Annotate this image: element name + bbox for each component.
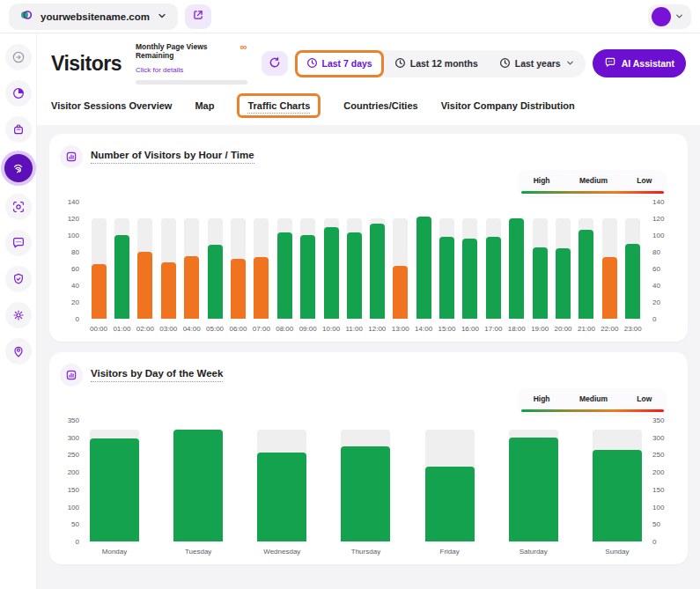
bar-19:00[interactable] (533, 247, 548, 319)
y-tick: 80 (649, 248, 672, 256)
sidebar-item-dashboard[interactable] (5, 80, 32, 107)
bar-slot: 18:00 (508, 202, 526, 333)
sidebar-item-settings[interactable] (5, 302, 32, 328)
bar-Saturday[interactable] (509, 438, 558, 541)
user-menu[interactable] (648, 4, 691, 29)
bar-slot: 08:00 (276, 202, 293, 333)
x-tick-label: 10:00 (322, 325, 340, 333)
bar-03:00[interactable] (161, 262, 176, 319)
bar-15:00[interactable] (439, 237, 454, 319)
bar-11:00[interactable] (347, 232, 362, 319)
chevron-down-icon (157, 9, 167, 25)
y-tick: 100 (649, 232, 672, 239)
bar-14:00[interactable] (416, 217, 431, 319)
bar-Tuesday[interactable] (173, 430, 223, 541)
tab-map[interactable]: Map (195, 100, 214, 111)
bar-00:00[interactable] (92, 264, 107, 319)
bar-slot: 07:00 (253, 202, 270, 333)
shop-bag-icon (11, 122, 26, 136)
bar-06:00[interactable] (231, 259, 246, 319)
chevron-down-icon (674, 9, 684, 25)
bar-slot: 20:00 (555, 202, 572, 333)
daily-visitors-card: Visitors by Day of the Week HighMediumLo… (49, 352, 688, 564)
time-range-group: Last 7 days Last 12 months Last years (295, 50, 586, 77)
y-axis-left: 350300250200150100500 (60, 420, 83, 541)
bar-Sunday[interactable] (593, 450, 642, 541)
y-tick: 150 (649, 486, 672, 494)
x-tick-label: 03:00 (159, 325, 177, 333)
bar-Thursday[interactable] (341, 446, 390, 541)
bar-10:00[interactable] (324, 227, 339, 320)
y-tick: 20 (60, 298, 83, 306)
bar-23:00[interactable] (625, 244, 640, 319)
bar-Monday[interactable] (90, 438, 139, 541)
bar-Friday[interactable] (425, 467, 475, 541)
ai-assistant-button[interactable]: AI Assistant (593, 49, 686, 77)
bar-slot: 03:00 (159, 202, 177, 333)
x-tick-label: Sunday (605, 548, 629, 556)
legend-label-high: High (534, 394, 550, 403)
bar-slot: Saturday (509, 420, 558, 556)
tab-label: Map (195, 100, 214, 111)
sidebar-item-location[interactable] (5, 338, 32, 364)
bar-21:00[interactable] (578, 230, 593, 319)
sidebar-item-collapse[interactable] (5, 44, 32, 70)
tab-label: Visitor Company Distribution (441, 100, 575, 111)
bar-chart-icon (60, 145, 83, 168)
plot-area: 00:0001:0002:0003:0004:0005:0006:0007:00… (83, 202, 649, 333)
page-title: Visitors (51, 52, 122, 76)
bar-18:00[interactable] (509, 218, 524, 319)
sidebar (0, 33, 37, 589)
refresh-button[interactable] (262, 51, 288, 76)
y-tick: 0 (60, 315, 83, 323)
bar-slot: Friday (425, 420, 475, 556)
range-label: Last 12 months (410, 58, 478, 69)
tab-visitor-sessions-overview[interactable]: Visitor Sessions Overview (51, 100, 172, 111)
x-tick-label: 19:00 (531, 325, 549, 333)
y-tick: 40 (649, 282, 672, 290)
bar-12:00[interactable] (370, 224, 385, 319)
clock-icon (394, 57, 406, 70)
tab-countries-cities[interactable]: Countries/Cities (343, 100, 417, 111)
bar-13:00[interactable] (393, 266, 408, 319)
site-selector[interactable]: yourwebsitename.com (9, 4, 178, 30)
bar-Wednesday[interactable] (257, 453, 306, 541)
page-views-progress-bar (136, 80, 247, 85)
y-tick: 200 (649, 468, 672, 476)
bar-01:00[interactable] (114, 235, 129, 319)
open-site-button[interactable] (185, 4, 211, 29)
bar-04:00[interactable] (184, 256, 199, 319)
sidebar-item-visitors[interactable] (4, 154, 33, 182)
range-last-12-months-button[interactable]: Last 12 months (384, 50, 489, 77)
legend-label-low: Low (637, 394, 652, 403)
page-views-details-link[interactable]: Click for details (136, 66, 183, 74)
bar-09:00[interactable] (300, 235, 315, 319)
y-tick: 100 (60, 504, 83, 512)
bar-17:00[interactable] (486, 237, 501, 319)
bar-05:00[interactable] (208, 245, 223, 319)
range-last-years-button[interactable]: Last years (489, 50, 586, 77)
bar-slot: 23:00 (624, 202, 642, 333)
bar-02:00[interactable] (137, 252, 152, 319)
bar-16:00[interactable] (462, 239, 477, 319)
bar-07:00[interactable] (254, 257, 269, 319)
bar-08:00[interactable] (277, 232, 292, 319)
range-last-7-days-button[interactable]: Last 7 days (295, 50, 384, 77)
x-tick-label: Monday (102, 548, 127, 556)
tab-traffic-charts[interactable]: Traffic Charts (237, 93, 321, 118)
y-tick: 100 (649, 504, 672, 512)
x-tick-label: 15:00 (438, 325, 456, 333)
bar-slot: 09:00 (299, 202, 317, 333)
bar-20:00[interactable] (556, 248, 571, 319)
sidebar-item-chat[interactable] (5, 230, 32, 256)
sidebar-item-products[interactable] (5, 116, 32, 143)
sidebar-item-security[interactable] (5, 266, 32, 292)
tab-visitor-company-distribution[interactable]: Visitor Company Distribution (441, 100, 575, 111)
bar-22:00[interactable] (602, 257, 617, 319)
clock-icon (306, 57, 318, 70)
chart-title: Visitors by Day of the Week (91, 368, 223, 382)
x-tick-label: Wednesday (263, 548, 300, 556)
sidebar-item-tracking[interactable] (5, 194, 32, 220)
x-tick-label: Tuesday (185, 548, 211, 556)
header-controls: Last 7 days Last 12 months Last years (262, 49, 686, 77)
